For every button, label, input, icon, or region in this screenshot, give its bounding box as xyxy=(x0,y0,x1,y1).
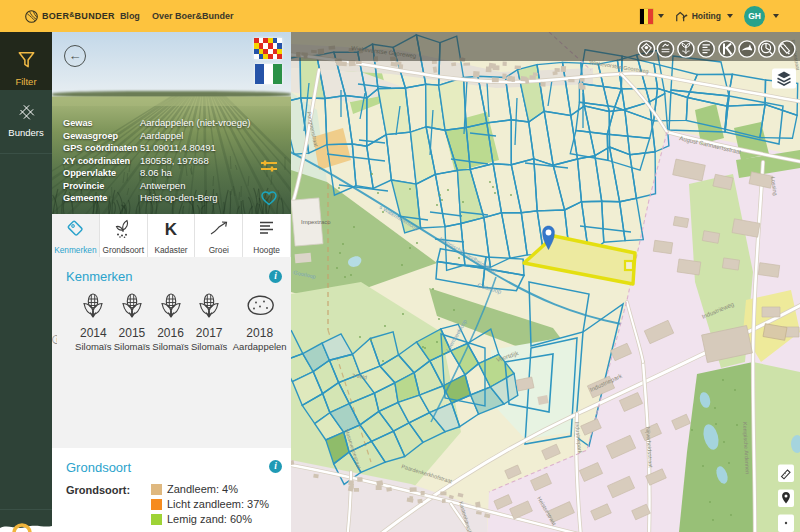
svg-text:Impextraco: Impextraco xyxy=(301,219,331,225)
svg-text:K: K xyxy=(165,220,178,239)
